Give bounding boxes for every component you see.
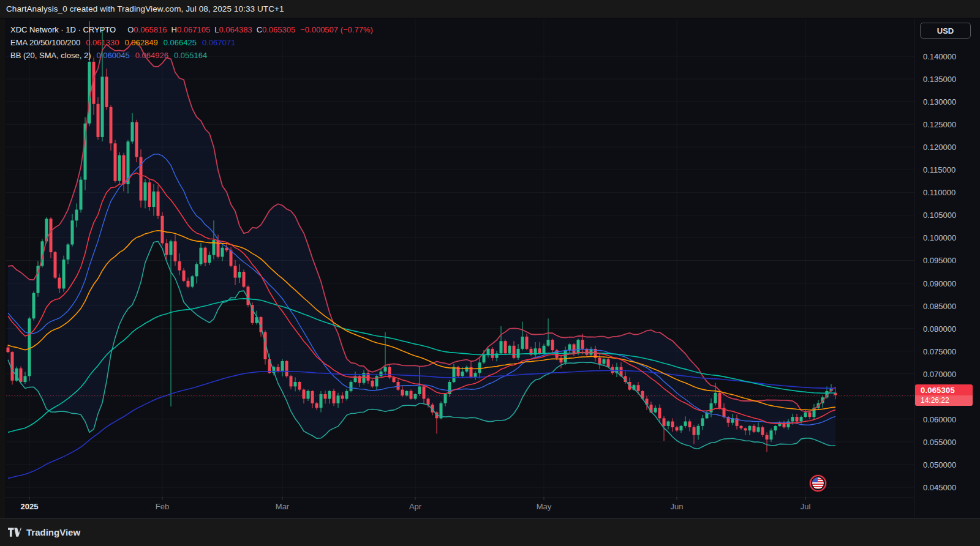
price-tick-label: 0.095000: [923, 256, 956, 265]
price-axis[interactable]: USD 0.1400000.1350000.1300000.1250000.12…: [914, 18, 980, 518]
price-tick-label: 0.075000: [923, 346, 956, 356]
bollinger-band-fill: [8, 42, 835, 449]
bar-countdown: 14:26:22: [915, 395, 973, 406]
time-axis-label: Jun: [658, 502, 695, 511]
price-tick-label: 0.070000: [923, 369, 956, 378]
price-tick-label: 0.100000: [923, 233, 956, 242]
price-tick-label: 0.055000: [923, 437, 956, 446]
change-value: −0.000507 (−0.77%): [300, 25, 373, 34]
symbol-title: XDC Network · 1D · CRYPTO: [10, 25, 116, 34]
price-tick-label: 0.060000: [923, 414, 956, 424]
tradingview-brand[interactable]: TradingView: [26, 527, 80, 537]
high-label: H: [172, 25, 177, 34]
price-tick-label: 0.105000: [923, 211, 956, 220]
price-tick-label: 0.115000: [923, 165, 956, 174]
price-tick-label: 0.135000: [923, 75, 956, 84]
window-title-bar: ChartAnalysis_0 created with TradingView…: [0, 0, 980, 18]
ema-value: 0.066425: [164, 38, 197, 47]
chart-canvas[interactable]: [0, 0, 980, 546]
low-value: 0.064383: [219, 25, 252, 34]
us-flag-icon[interactable]: [810, 475, 826, 492]
legend-bb-row[interactable]: BB (20, SMA, close, 2)0.0600450.0649260.…: [10, 49, 373, 62]
ema-value: 0.061330: [86, 38, 119, 47]
time-axis[interactable]: 2025FebMarAprMayJunJul: [5, 497, 914, 518]
price-tick-label: 0.120000: [923, 143, 956, 152]
close-label: C: [257, 25, 262, 34]
legend-ema-row[interactable]: EMA 20/50/100/2000.0613300.0628490.06642…: [10, 36, 373, 49]
price-tick-label: 0.125000: [923, 120, 956, 129]
time-axis-label: May: [526, 502, 562, 511]
time-axis-label: Feb: [144, 502, 181, 511]
ema-value: 0.062849: [124, 38, 157, 47]
us-flag-canton: [812, 477, 818, 482]
price-tick-label: 0.045000: [923, 482, 956, 492]
bb-value: 0.060045: [97, 51, 130, 60]
price-tick-label: 0.110000: [923, 188, 956, 197]
price-tick-label: 0.090000: [923, 279, 956, 288]
plot-area: [6, 19, 914, 497]
time-axis-label: Mar: [264, 502, 301, 511]
currency-toggle-button[interactable]: USD: [920, 23, 971, 39]
time-axis-label: 2025: [11, 502, 48, 511]
high-value: 0.067105: [177, 25, 210, 34]
open-value: 0.065816: [134, 25, 167, 34]
price-tick-label: 0.140000: [923, 52, 956, 61]
us-flag-stripes: [812, 477, 824, 489]
time-axis-label: Jul: [787, 502, 824, 511]
bb-value: 0.064926: [135, 51, 168, 60]
bb-indicator-label: BB (20, SMA, close, 2): [10, 51, 91, 60]
ema-indicator-label: EMA 20/50/100/200: [10, 38, 80, 47]
tradingview-logo-icon[interactable]: [8, 528, 21, 537]
price-tick-label: 0.050000: [923, 460, 956, 469]
close-value: 0.065305: [262, 25, 295, 34]
price-tick-label: 0.080000: [923, 324, 956, 333]
footer-bar: TradingView: [0, 518, 980, 546]
open-label: O: [127, 25, 134, 34]
ema-value: 0.067071: [202, 38, 235, 47]
last-price-value: 0.065305: [915, 384, 973, 395]
price-tick-label: 0.130000: [923, 97, 956, 107]
price-tick-label: 0.085000: [923, 301, 956, 310]
bb-value: 0.055164: [174, 51, 207, 60]
window-title: ChartAnalysis_0 created with TradingView…: [6, 4, 284, 13]
legend-panel: XDC Network · 1D · CRYPTOO0.065816H0.067…: [10, 23, 373, 62]
time-axis-label: Apr: [397, 502, 434, 511]
last-price-label: 0.065305 14:26:22: [915, 384, 973, 406]
legend-symbol-row[interactable]: XDC Network · 1D · CRYPTOO0.065816H0.067…: [10, 23, 373, 36]
